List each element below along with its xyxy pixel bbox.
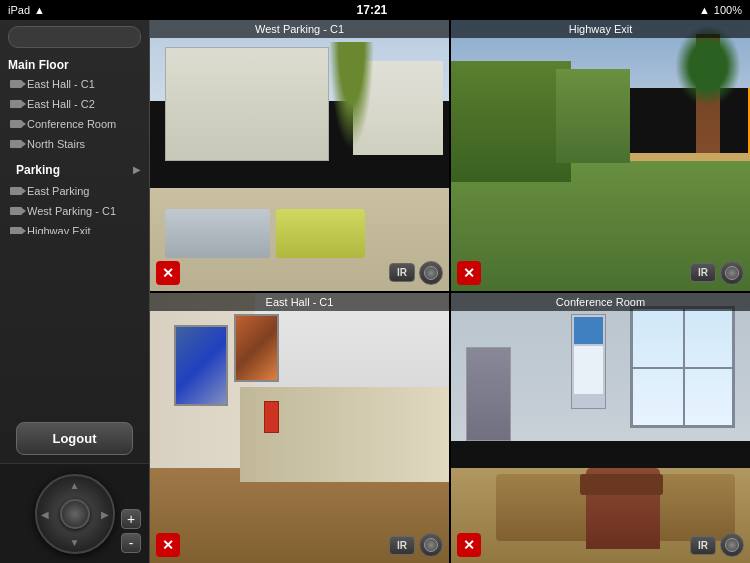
- zoom-controls: + -: [121, 509, 141, 553]
- sidebar: Main Floor East Hall - C1 East Hall - C2…: [0, 20, 150, 563]
- sidebar-item-east-hall-c1[interactable]: East Hall - C1: [0, 74, 149, 94]
- sidebar-item-north-stairs[interactable]: North Stairs: [0, 134, 149, 154]
- sidebar-item-west-parking[interactable]: West Parking - C1: [0, 201, 149, 221]
- building: [165, 47, 329, 161]
- section-header-parking: Parking: [8, 159, 68, 179]
- snapshot-icon: [725, 538, 739, 552]
- ir-button-highway-exit[interactable]: IR: [690, 263, 716, 282]
- snapshot-icon: [424, 266, 438, 280]
- nav-label: Conference Room: [27, 118, 116, 130]
- cam-controls-highway-exit: ✕ IR: [451, 261, 750, 285]
- camera-scene-west-parking: [150, 20, 449, 291]
- logout-button[interactable]: Logout: [16, 422, 133, 455]
- section-header-main-floor: Main Floor: [0, 54, 149, 74]
- section-row-parking: Parking ▶: [0, 154, 149, 181]
- sidebar-item-highway-exit[interactable]: Highway Exit: [0, 221, 149, 234]
- status-right: ▲ 100%: [699, 4, 742, 16]
- snapshot-button-west-parking[interactable]: [419, 261, 443, 285]
- ir-snapshot-group: IR: [389, 261, 443, 285]
- nav-label: East Parking: [27, 185, 89, 197]
- info-panel: [571, 314, 607, 409]
- camera-title-east-hall: East Hall - C1: [150, 293, 449, 311]
- section-arrow-parking: ▶: [133, 164, 141, 175]
- camera-icon: [10, 100, 22, 108]
- sidebar-scroll: Main Floor East Hall - C1 East Hall - C2…: [0, 54, 149, 234]
- snapshot-icon: [725, 266, 739, 280]
- joystick-left-arrow: ◀: [41, 508, 49, 519]
- camera-scene-conference: [451, 293, 750, 564]
- joystick-knob[interactable]: [60, 499, 90, 529]
- tree-mass2: [556, 69, 631, 164]
- camera-icon: [10, 227, 22, 234]
- car1: [165, 209, 270, 258]
- nav-label: North Stairs: [27, 138, 85, 150]
- snapshot-button-highway-exit[interactable]: [720, 261, 744, 285]
- joystick[interactable]: ▲ ▼ ◀ ▶: [35, 474, 115, 554]
- cam-controls-west-parking: ✕ IR: [150, 261, 449, 285]
- camera-title-west-parking: West Parking - C1: [150, 20, 449, 38]
- ir-snapshot-group2: IR: [690, 261, 744, 285]
- zoom-out-button[interactable]: -: [121, 533, 141, 553]
- sidebar-item-conference-room[interactable]: Conference Room: [0, 114, 149, 134]
- cam-controls-east-hall: ✕ IR: [150, 533, 449, 557]
- snapshot-button-conference[interactable]: [720, 533, 744, 557]
- fire-alarm: [264, 401, 279, 433]
- nav-label: East Hall - C2: [27, 98, 95, 110]
- joystick-up-arrow: ▲: [70, 480, 80, 491]
- nav-label: East Hall - C1: [27, 78, 95, 90]
- search-input[interactable]: [8, 26, 141, 48]
- panel-bottom: [574, 346, 604, 395]
- window: [630, 306, 735, 428]
- close-button-highway-exit[interactable]: ✕: [457, 261, 481, 285]
- nav-label: West Parking - C1: [27, 205, 116, 217]
- joystick-down-arrow: ▼: [70, 537, 80, 548]
- chair-seat: [580, 474, 664, 496]
- camera-title-highway-exit: Highway Exit: [451, 20, 750, 38]
- camera-title-conference-room: Conference Room: [451, 293, 750, 311]
- sidebar-item-east-hall-c2[interactable]: East Hall - C2: [0, 94, 149, 114]
- joystick-area: ▲ ▼ ◀ ▶ + -: [0, 463, 149, 563]
- close-button-east-hall[interactable]: ✕: [156, 533, 180, 557]
- status-time: 17:21: [357, 3, 388, 17]
- snapshot-icon: [424, 538, 438, 552]
- tree-mass: [451, 61, 571, 183]
- ir-button-conference[interactable]: IR: [690, 536, 716, 555]
- joystick-right-arrow: ▶: [101, 508, 109, 519]
- close-button-conference[interactable]: ✕: [457, 533, 481, 557]
- car2: [276, 209, 366, 258]
- device-label: iPad: [8, 4, 30, 16]
- wall-art1: [174, 325, 228, 406]
- main-area: Main Floor East Hall - C1 East Hall - C2…: [0, 20, 750, 563]
- close-button-west-parking[interactable]: ✕: [156, 261, 180, 285]
- cabinet: [466, 347, 511, 442]
- status-bar: iPad ▲ 17:21 ▲ 100%: [0, 0, 750, 20]
- status-left: iPad ▲: [8, 4, 45, 16]
- camera-cell-east-hall[interactable]: East Hall - C1 ✕ IR: [150, 293, 449, 564]
- location-icon: ▲: [699, 4, 710, 16]
- ir-button-west-parking[interactable]: IR: [389, 263, 415, 282]
- camera-icon: [10, 187, 22, 195]
- wifi-icon: ▲: [34, 4, 45, 16]
- camera-icon: [10, 140, 22, 148]
- camera-scene-east-hall: [150, 293, 449, 564]
- ir-snapshot-group4: IR: [690, 533, 744, 557]
- panel-top: [574, 317, 604, 344]
- sidebar-item-east-parking[interactable]: East Parking: [0, 181, 149, 201]
- window-divider-h: [633, 367, 732, 369]
- zoom-in-button[interactable]: +: [121, 509, 141, 529]
- camera-cell-highway-exit[interactable]: Highway Exit ✕ IR: [451, 20, 750, 291]
- camera-icon: [10, 80, 22, 88]
- ir-button-east-hall[interactable]: IR: [389, 536, 415, 555]
- tree: [329, 42, 374, 150]
- camera-icon: [10, 120, 22, 128]
- battery-label: 100%: [714, 4, 742, 16]
- snapshot-button-east-hall[interactable]: [419, 533, 443, 557]
- ir-snapshot-group3: IR: [389, 533, 443, 557]
- camera-cell-west-parking[interactable]: West Parking - C1 ✕ IR: [150, 20, 449, 291]
- wall-art2: [234, 314, 279, 382]
- camera-cell-conference-room[interactable]: Conference Room ✕ IR: [451, 293, 750, 564]
- nav-label: Highway Exit: [27, 225, 91, 234]
- camera-scene-highway: [451, 20, 750, 291]
- cam-controls-conference: ✕ IR: [451, 533, 750, 557]
- camera-grid: West Parking - C1 ✕ IR: [150, 20, 750, 563]
